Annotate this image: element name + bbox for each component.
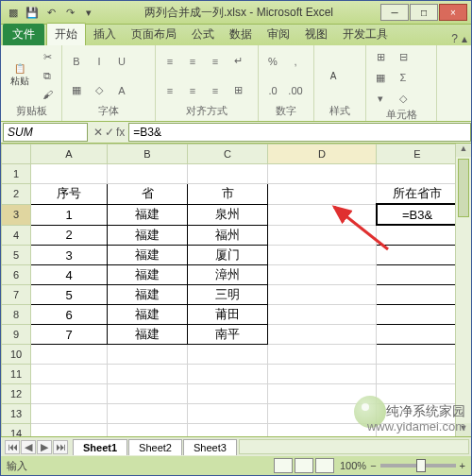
cell[interactable]: 福建 <box>108 246 188 265</box>
minimize-button[interactable]: ─ <box>380 4 409 21</box>
cell[interactable] <box>377 404 459 424</box>
cell[interactable] <box>377 164 459 184</box>
row-header[interactable]: 11 <box>2 365 31 384</box>
cell[interactable] <box>377 225 459 246</box>
sheet-first-icon[interactable]: ⏮ <box>5 440 20 454</box>
scroll-thumb[interactable] <box>458 159 469 217</box>
sheet-tab-3[interactable]: Sheet3 <box>183 439 237 455</box>
styles-button[interactable]: A <box>318 55 348 96</box>
sheet-next-icon[interactable]: ▶ <box>37 440 52 454</box>
cell[interactable] <box>268 365 377 384</box>
cell[interactable]: 南平 <box>188 325 268 345</box>
cell[interactable] <box>377 365 459 384</box>
cell[interactable] <box>268 164 377 184</box>
cell[interactable] <box>268 225 377 246</box>
qat-dropdown-icon[interactable]: ▾ <box>80 4 97 21</box>
page-break-view-icon[interactable] <box>315 458 334 473</box>
align-middle-icon[interactable]: ≡ <box>182 52 203 71</box>
comma-icon[interactable]: , <box>285 52 306 71</box>
cell[interactable] <box>31 384 108 404</box>
delete-icon[interactable]: ⊟ <box>393 47 413 66</box>
sum-icon[interactable]: Σ <box>393 68 413 87</box>
cell[interactable] <box>188 345 268 365</box>
border-button[interactable]: ▦ <box>66 81 87 100</box>
tab-home[interactable]: 开始 <box>46 23 86 45</box>
row-header[interactable]: 13 <box>2 404 31 424</box>
tab-formulas[interactable]: 公式 <box>184 24 222 45</box>
cell[interactable]: 4 <box>31 265 108 285</box>
zoom-level[interactable]: 100% <box>340 460 366 471</box>
cell[interactable] <box>31 164 108 184</box>
sheet-prev-icon[interactable]: ◀ <box>21 440 36 454</box>
cell[interactable]: =B3& <box>377 204 459 225</box>
cell[interactable] <box>268 384 377 404</box>
cell[interactable] <box>377 246 459 265</box>
format-painter-icon[interactable]: 🖌 <box>37 85 58 104</box>
col-header-corner[interactable] <box>2 144 31 164</box>
cell[interactable]: 省 <box>108 184 188 205</box>
fill-icon[interactable]: ▾ <box>370 89 391 108</box>
cell[interactable] <box>268 204 377 225</box>
page-layout-view-icon[interactable] <box>295 458 313 473</box>
scroll-down-icon[interactable]: ▼ <box>456 423 471 436</box>
cell[interactable] <box>108 365 188 384</box>
scroll-up-icon[interactable]: ▲ <box>456 144 471 157</box>
col-header-B[interactable]: B <box>108 144 188 164</box>
cell[interactable]: 福建 <box>108 204 188 225</box>
cell[interactable] <box>268 184 377 205</box>
cell[interactable] <box>31 345 108 365</box>
cell[interactable]: 1 <box>31 204 108 225</box>
cell[interactable]: 福州 <box>188 225 268 246</box>
align-right-icon[interactable]: ≡ <box>205 81 226 100</box>
zoom-in-icon[interactable]: + <box>460 460 465 471</box>
wrap-text-icon[interactable]: ↵ <box>228 52 248 71</box>
cell[interactable] <box>31 404 108 424</box>
undo-icon[interactable]: ↶ <box>42 4 59 21</box>
sheet-tab-1[interactable]: Sheet1 <box>73 439 127 455</box>
cell[interactable] <box>377 305 459 325</box>
col-header-E[interactable]: E <box>377 144 459 164</box>
cell[interactable]: 序号 <box>31 184 108 205</box>
col-header-A[interactable]: A <box>31 144 108 164</box>
sheet-last-icon[interactable]: ⏭ <box>53 440 68 454</box>
cell[interactable] <box>188 164 268 184</box>
cell[interactable] <box>108 404 188 424</box>
cell[interactable] <box>268 424 377 437</box>
underline-button[interactable]: U <box>111 52 132 71</box>
fx-icon[interactable]: fx <box>116 126 125 139</box>
horizontal-scrollbar[interactable] <box>239 439 469 454</box>
cell[interactable]: 市 <box>188 184 268 205</box>
tab-review[interactable]: 审阅 <box>260 24 297 45</box>
cell[interactable] <box>188 424 268 437</box>
format-icon[interactable]: ▦ <box>370 68 391 87</box>
cell[interactable] <box>188 365 268 384</box>
cell[interactable] <box>268 265 377 285</box>
row-header[interactable]: 1 <box>2 164 31 184</box>
sheet-tab-2[interactable]: Sheet2 <box>128 439 182 455</box>
tab-layout[interactable]: 页面布局 <box>124 24 184 45</box>
decimal-dec-icon[interactable]: .00 <box>285 81 306 100</box>
row-header[interactable]: 2 <box>2 184 31 205</box>
tab-view[interactable]: 视图 <box>297 24 335 45</box>
save-icon[interactable]: 💾 <box>24 4 41 21</box>
align-left-icon[interactable]: ≡ <box>160 81 180 100</box>
cell[interactable]: 5 <box>31 285 108 305</box>
cell[interactable] <box>268 325 377 345</box>
zoom-out-icon[interactable]: − <box>370 460 376 471</box>
row-header[interactable]: 5 <box>2 246 31 265</box>
tab-insert[interactable]: 插入 <box>86 24 124 45</box>
cell[interactable]: 福建 <box>108 285 188 305</box>
formula-input[interactable]: =B3& <box>128 123 471 142</box>
cell[interactable]: 漳州 <box>188 265 268 285</box>
tab-file[interactable]: 文件 <box>3 24 44 45</box>
cell[interactable] <box>268 305 377 325</box>
normal-view-icon[interactable] <box>274 458 293 473</box>
tab-dev[interactable]: 开发工具 <box>335 24 396 45</box>
worksheet-grid[interactable]: ABCDE12序号省市所在省市31福建泉州=B3&42福建福州53福建厦门64福… <box>1 144 460 436</box>
cell[interactable]: 7 <box>31 325 108 345</box>
cell[interactable]: 3 <box>31 246 108 265</box>
cell[interactable]: 6 <box>31 305 108 325</box>
row-header[interactable]: 10 <box>2 345 31 365</box>
cell[interactable] <box>188 384 268 404</box>
cell[interactable] <box>188 404 268 424</box>
